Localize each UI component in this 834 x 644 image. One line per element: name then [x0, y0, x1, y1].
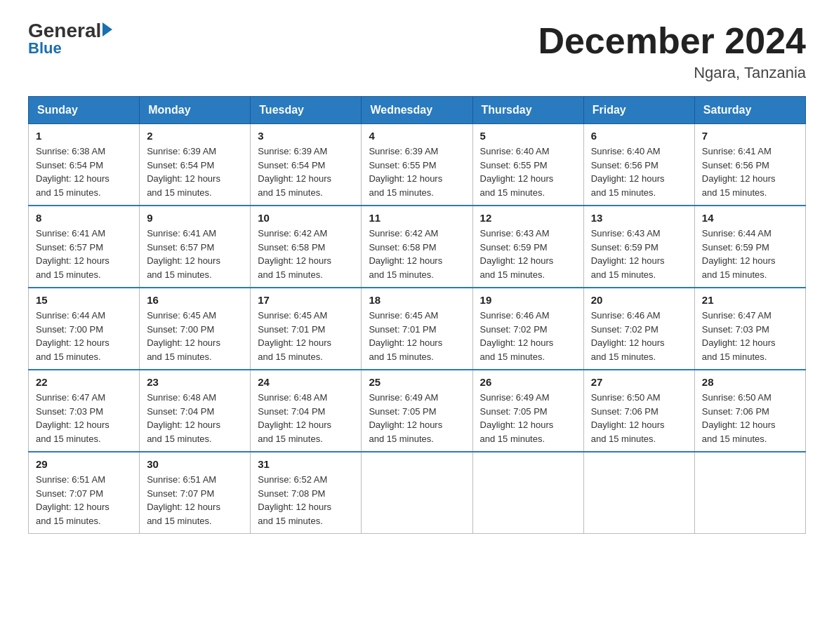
calendar-cell: [583, 452, 694, 534]
day-info: Sunrise: 6:51 AM Sunset: 7:07 PM Dayligh…: [147, 473, 243, 528]
day-number: 21: [702, 294, 798, 306]
calendar-week-2: 8 Sunrise: 6:41 AM Sunset: 6:57 PM Dayli…: [29, 206, 806, 288]
day-info: Sunrise: 6:52 AM Sunset: 7:08 PM Dayligh…: [258, 473, 354, 528]
calendar-cell: 16 Sunrise: 6:45 AM Sunset: 7:00 PM Dayl…: [140, 288, 251, 370]
day-info: Sunrise: 6:47 AM Sunset: 7:03 PM Dayligh…: [36, 391, 132, 445]
calendar-cell: [362, 452, 472, 534]
calendar-cell: 6 Sunrise: 6:40 AM Sunset: 6:56 PM Dayli…: [583, 124, 694, 206]
day-number: 5: [480, 130, 576, 142]
calendar-cell: 28 Sunrise: 6:50 AM Sunset: 7:06 PM Dayl…: [694, 370, 805, 452]
day-number: 14: [702, 212, 798, 224]
day-info: Sunrise: 6:48 AM Sunset: 7:04 PM Dayligh…: [258, 391, 354, 445]
day-info: Sunrise: 6:41 AM Sunset: 6:56 PM Dayligh…: [702, 145, 798, 199]
day-number: 7: [702, 130, 798, 142]
calendar-cell: 21 Sunrise: 6:47 AM Sunset: 7:03 PM Dayl…: [694, 288, 805, 370]
day-info: Sunrise: 6:49 AM Sunset: 7:05 PM Dayligh…: [480, 391, 576, 445]
day-info: Sunrise: 6:49 AM Sunset: 7:05 PM Dayligh…: [369, 391, 465, 445]
day-number: 20: [591, 294, 687, 306]
month-title: December 2024: [538, 21, 806, 61]
calendar-cell: 17 Sunrise: 6:45 AM Sunset: 7:01 PM Dayl…: [251, 288, 362, 370]
calendar-cell: 23 Sunrise: 6:48 AM Sunset: 7:04 PM Dayl…: [140, 370, 251, 452]
col-friday: Friday: [583, 97, 694, 124]
title-area: December 2024 Ngara, Tanzania: [538, 21, 806, 82]
calendar-cell: 22 Sunrise: 6:47 AM Sunset: 7:03 PM Dayl…: [29, 370, 140, 452]
day-info: Sunrise: 6:39 AM Sunset: 6:54 PM Dayligh…: [258, 145, 354, 199]
day-info: Sunrise: 6:46 AM Sunset: 7:02 PM Dayligh…: [480, 309, 576, 363]
day-info: Sunrise: 6:51 AM Sunset: 7:07 PM Dayligh…: [36, 473, 132, 528]
day-number: 23: [147, 376, 243, 388]
day-number: 1: [36, 130, 132, 142]
day-number: 4: [369, 130, 465, 142]
day-number: 31: [258, 458, 354, 470]
day-number: 30: [147, 458, 243, 470]
calendar-cell: 19 Sunrise: 6:46 AM Sunset: 7:02 PM Dayl…: [472, 288, 583, 370]
col-saturday: Saturday: [694, 97, 805, 124]
day-number: 17: [258, 294, 354, 306]
day-info: Sunrise: 6:40 AM Sunset: 6:56 PM Dayligh…: [591, 145, 687, 199]
day-info: Sunrise: 6:47 AM Sunset: 7:03 PM Dayligh…: [702, 309, 798, 363]
day-info: Sunrise: 6:44 AM Sunset: 7:00 PM Dayligh…: [36, 309, 132, 363]
calendar-cell: 30 Sunrise: 6:51 AM Sunset: 7:07 PM Dayl…: [140, 452, 251, 534]
calendar-cell: 4 Sunrise: 6:39 AM Sunset: 6:55 PM Dayli…: [362, 124, 472, 206]
calendar-cell: [694, 452, 805, 534]
calendar-cell: 27 Sunrise: 6:50 AM Sunset: 7:06 PM Dayl…: [583, 370, 694, 452]
logo-text-general: General: [28, 21, 101, 41]
calendar-cell: 8 Sunrise: 6:41 AM Sunset: 6:57 PM Dayli…: [29, 206, 140, 288]
calendar-table: Sunday Monday Tuesday Wednesday Thursday…: [28, 96, 806, 534]
col-monday: Monday: [140, 97, 251, 124]
day-number: 2: [147, 130, 243, 142]
calendar-cell: 15 Sunrise: 6:44 AM Sunset: 7:00 PM Dayl…: [29, 288, 140, 370]
page-header: General Blue December 2024 Ngara, Tanzan…: [28, 21, 806, 82]
calendar-cell: 1 Sunrise: 6:38 AM Sunset: 6:54 PM Dayli…: [29, 124, 140, 206]
logo-text-blue: Blue: [28, 41, 112, 56]
calendar-cell: 9 Sunrise: 6:41 AM Sunset: 6:57 PM Dayli…: [140, 206, 251, 288]
calendar-cell: 10 Sunrise: 6:42 AM Sunset: 6:58 PM Dayl…: [251, 206, 362, 288]
calendar-cell: 3 Sunrise: 6:39 AM Sunset: 6:54 PM Dayli…: [251, 124, 362, 206]
day-info: Sunrise: 6:48 AM Sunset: 7:04 PM Dayligh…: [147, 391, 243, 445]
day-number: 28: [702, 376, 798, 388]
day-number: 22: [36, 376, 132, 388]
calendar-week-5: 29 Sunrise: 6:51 AM Sunset: 7:07 PM Dayl…: [29, 452, 806, 534]
calendar-cell: 12 Sunrise: 6:43 AM Sunset: 6:59 PM Dayl…: [472, 206, 583, 288]
calendar-header-row: Sunday Monday Tuesday Wednesday Thursday…: [29, 97, 806, 124]
day-number: 12: [480, 212, 576, 224]
day-info: Sunrise: 6:45 AM Sunset: 7:01 PM Dayligh…: [369, 309, 465, 363]
calendar-cell: 31 Sunrise: 6:52 AM Sunset: 7:08 PM Dayl…: [251, 452, 362, 534]
day-info: Sunrise: 6:45 AM Sunset: 7:01 PM Dayligh…: [258, 309, 354, 363]
col-wednesday: Wednesday: [362, 97, 472, 124]
day-info: Sunrise: 6:45 AM Sunset: 7:00 PM Dayligh…: [147, 309, 243, 363]
day-number: 29: [36, 458, 132, 470]
day-number: 24: [258, 376, 354, 388]
day-number: 6: [591, 130, 687, 142]
calendar-cell: 7 Sunrise: 6:41 AM Sunset: 6:56 PM Dayli…: [694, 124, 805, 206]
day-info: Sunrise: 6:39 AM Sunset: 6:55 PM Dayligh…: [369, 145, 465, 199]
day-number: 19: [480, 294, 576, 306]
col-thursday: Thursday: [472, 97, 583, 124]
calendar-cell: [472, 452, 583, 534]
day-info: Sunrise: 6:43 AM Sunset: 6:59 PM Dayligh…: [591, 227, 687, 281]
day-number: 15: [36, 294, 132, 306]
calendar-week-4: 22 Sunrise: 6:47 AM Sunset: 7:03 PM Dayl…: [29, 370, 806, 452]
day-info: Sunrise: 6:44 AM Sunset: 6:59 PM Dayligh…: [702, 227, 798, 281]
day-info: Sunrise: 6:38 AM Sunset: 6:54 PM Dayligh…: [36, 145, 132, 199]
day-number: 13: [591, 212, 687, 224]
day-info: Sunrise: 6:41 AM Sunset: 6:57 PM Dayligh…: [147, 227, 243, 281]
day-number: 9: [147, 212, 243, 224]
calendar-cell: 26 Sunrise: 6:49 AM Sunset: 7:05 PM Dayl…: [472, 370, 583, 452]
day-number: 16: [147, 294, 243, 306]
col-tuesday: Tuesday: [251, 97, 362, 124]
calendar-cell: 14 Sunrise: 6:44 AM Sunset: 6:59 PM Dayl…: [694, 206, 805, 288]
location-title: Ngara, Tanzania: [538, 64, 806, 82]
day-info: Sunrise: 6:43 AM Sunset: 6:59 PM Dayligh…: [480, 227, 576, 281]
day-number: 18: [369, 294, 465, 306]
logo-arrow-icon: [102, 22, 112, 36]
day-number: 25: [369, 376, 465, 388]
calendar-cell: 20 Sunrise: 6:46 AM Sunset: 7:02 PM Dayl…: [583, 288, 694, 370]
day-info: Sunrise: 6:46 AM Sunset: 7:02 PM Dayligh…: [591, 309, 687, 363]
col-sunday: Sunday: [29, 97, 140, 124]
day-info: Sunrise: 6:41 AM Sunset: 6:57 PM Dayligh…: [36, 227, 132, 281]
calendar-cell: 13 Sunrise: 6:43 AM Sunset: 6:59 PM Dayl…: [583, 206, 694, 288]
calendar-cell: 25 Sunrise: 6:49 AM Sunset: 7:05 PM Dayl…: [362, 370, 472, 452]
calendar-week-3: 15 Sunrise: 6:44 AM Sunset: 7:00 PM Dayl…: [29, 288, 806, 370]
calendar-cell: 5 Sunrise: 6:40 AM Sunset: 6:55 PM Dayli…: [472, 124, 583, 206]
